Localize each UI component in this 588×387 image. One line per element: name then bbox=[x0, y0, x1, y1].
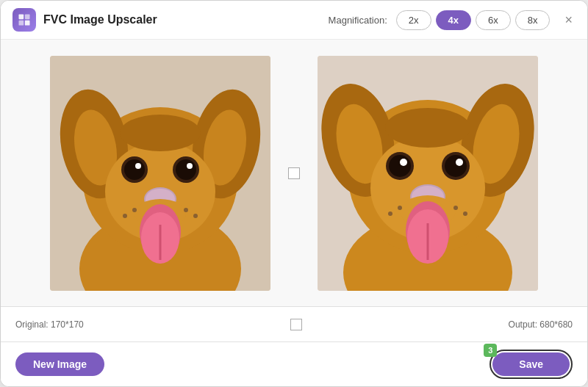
svg-point-25 bbox=[120, 115, 201, 151]
app-title: FVC Image Upscaler bbox=[43, 13, 157, 26]
content-area bbox=[1, 40, 587, 306]
info-bar: Original: 170*170 Output: 680*680 bbox=[1, 306, 587, 341]
svg-point-55 bbox=[463, 211, 467, 216]
app-window: FVC Image Upscaler Magnification: 2x 4x … bbox=[0, 0, 588, 387]
svg-point-54 bbox=[453, 206, 458, 210]
svg-rect-1 bbox=[25, 15, 30, 20]
new-image-button[interactable]: New Image bbox=[15, 352, 104, 376]
bottom-bar: New Image 3 Save bbox=[1, 341, 587, 386]
save-button[interactable]: Save bbox=[492, 352, 570, 376]
svg-point-29 bbox=[193, 214, 198, 218]
close-button[interactable]: × bbox=[562, 10, 576, 29]
svg-point-28 bbox=[184, 208, 188, 212]
svg-point-40 bbox=[389, 155, 411, 177]
magnification-buttons: 2x 4x 6x 8x bbox=[396, 10, 551, 30]
app-logo bbox=[12, 8, 36, 32]
output-dog-image bbox=[318, 56, 538, 291]
mag-4x-button[interactable]: 4x bbox=[436, 10, 471, 30]
save-button-wrapper: Save bbox=[490, 350, 573, 379]
compare-icon-center bbox=[288, 167, 300, 179]
svg-point-42 bbox=[400, 159, 407, 166]
compare-icon-footer bbox=[290, 319, 302, 330]
mag-2x-button[interactable]: 2x bbox=[396, 10, 431, 30]
save-section: 3 Save bbox=[490, 350, 573, 379]
svg-point-14 bbox=[124, 159, 145, 180]
svg-point-17 bbox=[187, 163, 193, 169]
svg-point-53 bbox=[388, 211, 392, 216]
svg-point-27 bbox=[123, 214, 127, 218]
mag-8x-button[interactable]: 8x bbox=[515, 10, 551, 30]
svg-point-51 bbox=[385, 108, 470, 148]
svg-rect-0 bbox=[19, 15, 24, 20]
svg-point-41 bbox=[445, 155, 467, 177]
svg-point-15 bbox=[176, 159, 196, 180]
svg-point-52 bbox=[398, 206, 402, 210]
svg-point-16 bbox=[135, 163, 141, 169]
original-dog-image bbox=[50, 56, 270, 291]
svg-point-26 bbox=[132, 208, 137, 212]
magnification-label: Magnification: bbox=[329, 15, 387, 26]
output-image-panel bbox=[318, 56, 538, 291]
svg-point-43 bbox=[456, 159, 463, 166]
mag-6x-button[interactable]: 6x bbox=[476, 10, 511, 30]
save-badge: 3 bbox=[484, 344, 497, 357]
titlebar: FVC Image Upscaler Magnification: 2x 4x … bbox=[1, 1, 587, 40]
original-size-label: Original: 170*170 bbox=[15, 319, 84, 330]
svg-rect-3 bbox=[25, 21, 30, 26]
output-size-label: Output: 680*680 bbox=[509, 319, 573, 330]
original-image-panel bbox=[50, 56, 270, 291]
svg-rect-2 bbox=[19, 21, 24, 26]
